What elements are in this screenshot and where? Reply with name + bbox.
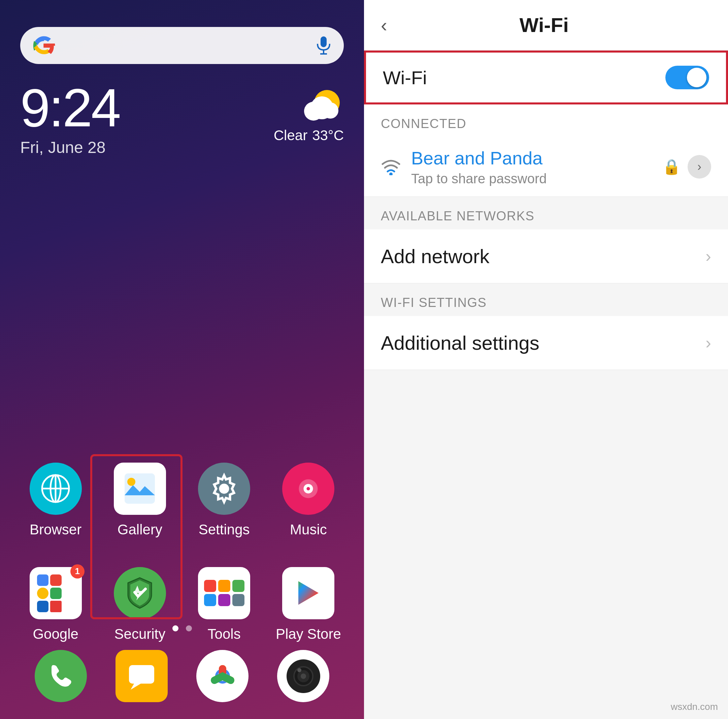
add-network-label: Add network <box>381 245 705 268</box>
svg-point-26 <box>301 673 306 679</box>
mic-icon[interactable] <box>315 35 332 55</box>
wifi-toggle-switch[interactable] <box>665 66 709 89</box>
app-gallery-label: Gallery <box>118 521 162 538</box>
watermark-area: wsxdn.com <box>364 370 728 719</box>
add-network-item[interactable]: Add network › <box>364 230 728 284</box>
wifi-label: Wi-Fi <box>383 67 665 89</box>
network-chevron-btn[interactable]: › <box>688 155 711 179</box>
time-display: 9:24 Fri, June 28 <box>20 81 119 157</box>
svg-rect-18 <box>129 665 154 684</box>
weather-icon <box>303 87 344 125</box>
wifi-toggle-row: Wi-Fi <box>364 51 728 104</box>
wifi-header: ‹ Wi-Fi <box>364 0 728 51</box>
available-section: AVAILABLE NETWORKS Add network › <box>364 197 728 284</box>
wifi-signal-icon <box>381 157 401 176</box>
additional-settings-label: Additional settings <box>381 331 705 354</box>
wifi-settings-panel: ‹ Wi-Fi Wi-Fi CONNECTED Bear and Panda T… <box>364 0 728 719</box>
app-settings[interactable]: Settings <box>187 461 261 538</box>
toggle-knob <box>687 68 707 87</box>
connected-network-info: Bear and Panda Tap to share password <box>411 147 662 186</box>
additional-settings-item[interactable]: Additional settings › <box>364 316 728 370</box>
weather-widget: Clear 33°C <box>274 87 344 144</box>
app-settings-label: Settings <box>199 521 250 538</box>
lock-icon: 🔒 <box>662 158 681 176</box>
connected-section: CONNECTED Bear and Panda Tap to share pa… <box>364 104 728 197</box>
connected-network-item[interactable]: Bear and Panda Tap to share password 🔒 › <box>364 137 728 197</box>
weather-condition: Clear <box>274 127 307 144</box>
page-dot-1[interactable] <box>173 625 179 632</box>
dock-camera[interactable] <box>277 650 329 702</box>
app-gallery[interactable]: Gallery <box>103 461 177 538</box>
dock <box>0 650 364 702</box>
home-screen: 9:24 Fri, June 28 Clear 33°C <box>0 0 364 719</box>
svg-point-17 <box>307 487 310 490</box>
svg-marker-19 <box>131 684 141 690</box>
network-actions: 🔒 › <box>662 155 711 179</box>
svg-point-27 <box>297 668 301 672</box>
svg-point-28 <box>389 173 393 175</box>
dock-chrome[interactable] <box>196 650 248 702</box>
dock-phone[interactable] <box>35 650 87 702</box>
weather-temp: 33°C <box>312 127 344 144</box>
back-button[interactable]: ‹ <box>381 16 387 35</box>
svg-point-14 <box>219 483 229 494</box>
svg-rect-0 <box>321 37 327 47</box>
connected-header: CONNECTED <box>364 104 728 137</box>
svg-rect-12 <box>125 474 155 504</box>
page-dot-2[interactable] <box>186 625 192 632</box>
app-music-label: Music <box>290 521 327 538</box>
wifi-settings-section: WI-FI SETTINGS Additional settings › <box>364 284 728 370</box>
wifi-settings-header: WI-FI SETTINGS <box>364 284 728 316</box>
google-logo <box>32 34 55 57</box>
dock-messages[interactable] <box>116 650 168 702</box>
app-music[interactable]: Music <box>271 461 346 538</box>
additional-settings-chevron: › <box>705 333 711 353</box>
app-browser[interactable]: Browser <box>18 461 93 538</box>
date: Fri, June 28 <box>20 138 119 157</box>
watermark: wsxdn.com <box>671 702 718 712</box>
svg-point-13 <box>127 478 135 486</box>
clock: 9:24 <box>20 81 119 135</box>
svg-point-6 <box>322 103 338 119</box>
available-header: AVAILABLE NETWORKS <box>364 197 728 230</box>
page-dots <box>0 625 364 632</box>
network-sub-text: Tap to share password <box>411 171 662 186</box>
app-browser-label: Browser <box>30 521 81 538</box>
wifi-page-title: Wi-Fi <box>397 14 691 37</box>
network-name: Bear and Panda <box>411 147 662 169</box>
add-network-chevron: › <box>705 246 711 266</box>
app-grid-row-1: Browser Gallery <box>0 461 364 538</box>
google-badge: 1 <box>70 564 84 578</box>
search-bar[interactable] <box>20 27 344 64</box>
